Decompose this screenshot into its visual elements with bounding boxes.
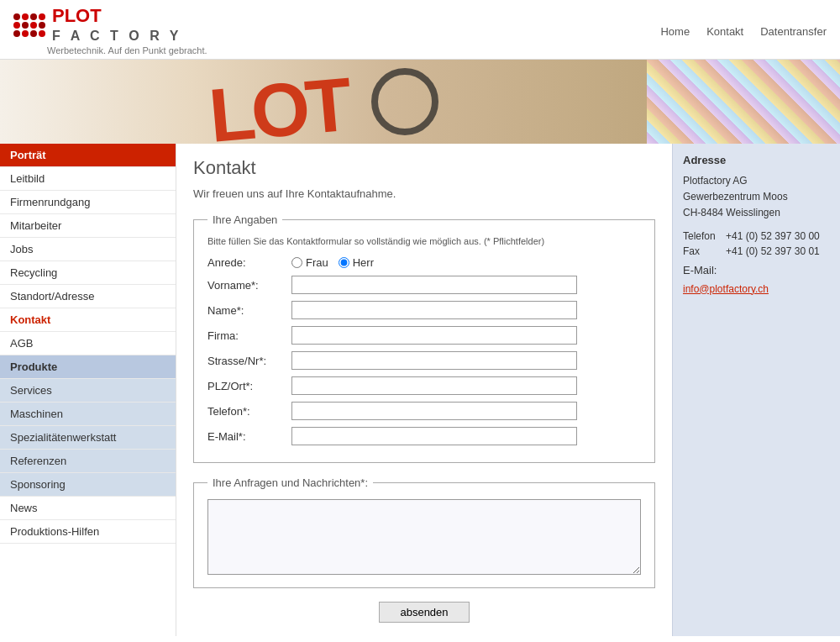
- sidebar-item-leitbild[interactable]: Leitbild: [0, 167, 176, 191]
- dot: [39, 13, 45, 20]
- input-name[interactable]: [291, 301, 577, 319]
- submit-row: absenden: [193, 602, 655, 623]
- right-panel-title: Adresse: [683, 154, 830, 166]
- label-email: E-Mail*:: [207, 430, 291, 443]
- input-firma[interactable]: [291, 326, 577, 345]
- sidebar-item-recycling[interactable]: Recycling: [0, 261, 176, 285]
- input-vorname-wrapper: [291, 276, 577, 294]
- dot: [30, 30, 37, 37]
- form-row-anrede: Anrede: Frau Herr: [207, 256, 641, 269]
- message-area: [207, 499, 641, 577]
- form-row-name: Name*:: [207, 301, 641, 319]
- message-legend: Ihre Anfragen und Nachrichten*:: [207, 476, 373, 489]
- company-name: Plotfactory AG: [683, 173, 830, 189]
- input-strasse[interactable]: [291, 351, 577, 370]
- nav-kontakt[interactable]: Kontakt: [706, 25, 743, 38]
- sidebar-item-firmenrundgang[interactable]: Firmenrundgang: [0, 191, 176, 214]
- label-vorname: Vorname*:: [207, 279, 291, 292]
- label-anrede: Anrede:: [207, 256, 291, 269]
- dot: [39, 30, 45, 37]
- radio-frau-label[interactable]: Frau: [291, 256, 328, 269]
- label-telefon: Telefon*:: [207, 405, 291, 418]
- sidebar-item-agb[interactable]: AGB: [0, 332, 176, 355]
- form-row-strasse: Strasse/Nr*:: [207, 351, 641, 370]
- sidebar-item-mitarbeiter[interactable]: Mitarbeiter: [0, 214, 176, 238]
- input-name-wrapper: [291, 301, 577, 319]
- label-firma: Firma:: [207, 329, 291, 342]
- label-strasse: Strasse/Nr*:: [207, 355, 291, 367]
- dot: [13, 22, 20, 29]
- banner-left: LOT: [0, 60, 647, 144]
- company-address2: CH-8484 Weisslingen: [683, 205, 830, 221]
- input-telefon-wrapper: [291, 402, 577, 420]
- fax-row: Fax +41 (0) 52 397 30 01: [683, 245, 830, 257]
- email-link[interactable]: info@plotfactory.ch: [683, 283, 830, 295]
- sidebar-item-referenzen[interactable]: Referenzen: [0, 450, 176, 473]
- logo-dots: [13, 13, 45, 37]
- form-fieldset: Ihre Angaben Bitte füllen Sie das Kontak…: [193, 213, 655, 463]
- nav-datentransfer[interactable]: Datentransfer: [760, 25, 827, 38]
- input-telefon[interactable]: [291, 402, 577, 420]
- input-firma-wrapper: [291, 326, 577, 345]
- submit-button[interactable]: absenden: [379, 602, 469, 623]
- label-name: Name*:: [207, 304, 291, 317]
- banner-right: [647, 60, 840, 144]
- dot: [22, 13, 29, 20]
- input-email[interactable]: [291, 427, 577, 445]
- banner: LOT: [0, 60, 840, 144]
- input-strasse-wrapper: [291, 351, 577, 370]
- sidebar-item-news[interactable]: News: [0, 497, 176, 520]
- input-vorname[interactable]: [291, 276, 577, 294]
- logo-plot: PLOT: [52, 5, 102, 26]
- radio-herr-label[interactable]: Herr: [339, 256, 374, 269]
- header: PLOT F A C T O R Y Werbetechnik. Auf den…: [0, 0, 840, 60]
- radio-herr[interactable]: [339, 257, 349, 268]
- form-row-telefon: Telefon*:: [207, 402, 641, 420]
- banner-circle: [371, 68, 438, 135]
- nav-home[interactable]: Home: [660, 25, 690, 38]
- banner-left-content: LOT: [0, 60, 647, 144]
- sidebar-item-standort[interactable]: Standort/Adresse: [0, 285, 176, 308]
- dot: [13, 13, 20, 20]
- logo-factory: F A C T O R Y: [52, 29, 182, 43]
- right-panel: Adresse Plotfactory AG Gewerbezentrum Mo…: [672, 144, 840, 636]
- dot: [30, 22, 37, 29]
- logo: PLOT F A C T O R Y: [13, 7, 207, 44]
- sidebar: Porträt Leitbild Firmenrundgang Mitarbei…: [0, 144, 176, 636]
- banner-ribbon: [647, 60, 840, 144]
- sidebar-item-produkte[interactable]: Produkte: [0, 355, 176, 379]
- sidebar-item-services[interactable]: Services: [0, 379, 176, 403]
- dot: [22, 22, 29, 29]
- dot: [30, 13, 37, 20]
- content-area: Kontakt Wir freuen uns auf Ihre Kontakta…: [176, 144, 672, 636]
- intro-text: Wir freuen uns auf Ihre Kontaktaufnahme.: [193, 187, 655, 200]
- radio-frau[interactable]: [291, 257, 302, 268]
- form-description: Bitte füllen Sie das Kontaktformular so …: [207, 236, 641, 246]
- sidebar-item-kontakt[interactable]: Kontakt: [0, 308, 176, 332]
- dot: [22, 30, 29, 37]
- form-legend: Ihre Angaben: [207, 213, 282, 226]
- fax-value: +41 (0) 52 397 30 01: [726, 245, 820, 257]
- page-title: Kontakt: [193, 157, 655, 179]
- form-row-plz: PLZ/Ort*:: [207, 376, 641, 395]
- sidebar-item-portrait[interactable]: Porträt: [0, 144, 176, 167]
- telefon-value: +41 (0) 52 397 30 00: [726, 230, 820, 242]
- sidebar-item-sponsoring[interactable]: Sponsoring: [0, 473, 176, 497]
- dot: [39, 22, 45, 29]
- logo-text: PLOT F A C T O R Y: [52, 7, 182, 44]
- telefon-row: Telefon +41 (0) 52 397 30 00: [683, 230, 830, 242]
- email-row: E-Mail: info@plotfactory.ch: [683, 264, 830, 295]
- top-nav: Home Kontakt Datentransfer: [660, 25, 827, 38]
- banner-letters: LOT: [206, 66, 350, 144]
- message-fieldset: Ihre Anfragen und Nachrichten*:: [193, 476, 655, 588]
- form-row-email: E-Mail*:: [207, 427, 641, 445]
- sidebar-item-produktions-hilfen[interactable]: Produktions-Hilfen: [0, 520, 176, 544]
- sidebar-item-spezialitaeten[interactable]: Spezialitätenwerkstatt: [0, 426, 176, 450]
- company-info: Plotfactory AG Gewerbezentrum Moos CH-84…: [683, 173, 830, 222]
- message-textarea[interactable]: [207, 499, 641, 575]
- company-address1: Gewerbezentrum Moos: [683, 189, 830, 205]
- main-layout: Porträt Leitbild Firmenrundgang Mitarbei…: [0, 144, 840, 636]
- sidebar-item-jobs[interactable]: Jobs: [0, 238, 176, 261]
- input-plz[interactable]: [291, 376, 577, 395]
- sidebar-item-maschinen[interactable]: Maschinen: [0, 403, 176, 426]
